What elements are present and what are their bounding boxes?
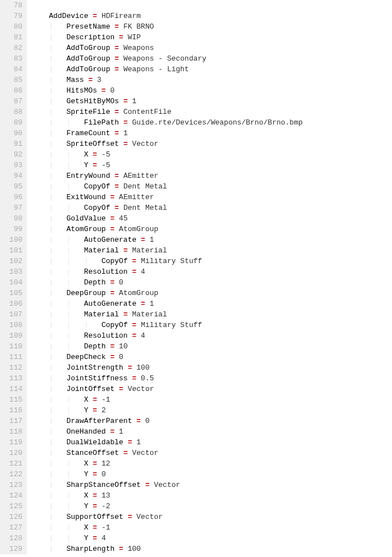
code-line[interactable]: 99 | AtomGroup = AtomGroup	[0, 224, 392, 234]
code-line[interactable]: 115 | | X = -1	[0, 394, 392, 405]
code-line[interactable]: 120 | StanceOffset = Vector	[0, 448, 392, 458]
line-content: | SupportOffset = Vector	[27, 512, 163, 522]
line-content: | HitsMOs = 0	[27, 85, 114, 96]
code-line[interactable]: 123 | SharpStanceOffset = Vector	[0, 480, 392, 490]
line-content: | AddToGroup = Weapons	[27, 43, 154, 53]
code-line[interactable]: 112 | JointStrength = 100	[0, 362, 392, 373]
code-line[interactable]: 94 | EntryWound = AEmitter	[0, 171, 392, 181]
property-key: SpriteFile	[66, 108, 110, 116]
code-line[interactable]: 100 | | AutoGenerate = 1	[0, 234, 392, 245]
line-content	[27, 0, 31, 11]
line-number: 110	[0, 341, 27, 352]
code-line[interactable]: 82 | AddToGroup = Weapons	[0, 43, 392, 53]
code-line[interactable]: 84 | AddToGroup = Weapons - Light	[0, 64, 392, 75]
line-number: 88	[0, 107, 27, 117]
property-value: 4	[141, 332, 145, 340]
property-key: X	[84, 459, 89, 468]
line-number: 123	[0, 480, 27, 490]
code-line[interactable]: 104 | | Depth = 0	[0, 277, 392, 288]
property-value: Material	[132, 246, 167, 255]
code-line[interactable]: 101 | | Material = Material	[0, 245, 392, 256]
code-line[interactable]: 95 | | CopyOf = Dent Metal	[0, 181, 392, 192]
code-line[interactable]: 124 | | X = 13	[0, 490, 392, 501]
code-line[interactable]: 121 | | X = 12	[0, 458, 392, 469]
property-value: Weapons - Secondary	[123, 54, 206, 63]
code-line[interactable]: 88 | SpriteFile = ContentFile	[0, 107, 392, 117]
line-number: 94	[0, 171, 27, 181]
property-key: Mass	[66, 76, 84, 84]
line-content: | | X = 13	[27, 490, 110, 501]
code-line[interactable]: 96 | ExitWound = AEmitter	[0, 192, 392, 202]
property-key: SpriteOffset	[66, 140, 119, 148]
code-line[interactable]: 102 | | | CopyOf = Military Stuff	[0, 256, 392, 266]
code-line[interactable]: 79 AddDevice = HDFirearm	[0, 11, 392, 21]
property-key: SupportOffset	[66, 513, 123, 521]
line-content: | | X = 12	[27, 458, 110, 469]
code-line[interactable]: 113 | JointStiffness = 0.5	[0, 373, 392, 384]
code-line[interactable]: 80 | PresetName = FK BRNO	[0, 21, 392, 32]
code-line[interactable]: 117 | DrawAfterParent = 0	[0, 416, 392, 426]
line-content: | | Resolution = 4	[27, 266, 145, 277]
code-line[interactable]: 127 | | X = -1	[0, 522, 392, 533]
equals-operator: =	[93, 502, 97, 510]
line-number: 114	[0, 384, 27, 394]
property-value: AEmitter	[123, 172, 158, 180]
line-content: | AtomGroup = AtomGroup	[27, 224, 158, 234]
line-number: 101	[0, 245, 27, 256]
line-content: | SharpLength = 100	[27, 544, 141, 554]
code-line[interactable]: 86 | HitsMOs = 0	[0, 85, 392, 96]
code-line[interactable]: 110 | | Depth = 10	[0, 341, 392, 352]
equals-operator: =	[132, 332, 136, 340]
property-key: Y	[84, 502, 89, 510]
property-value: Vector	[132, 449, 159, 457]
code-line[interactable]: 129 | SharpLength = 100	[0, 544, 392, 554]
property-key: X	[84, 395, 89, 404]
line-content: | | Depth = 10	[27, 341, 128, 352]
code-line[interactable]: 78	[0, 0, 392, 11]
code-line[interactable]: 109 | | Resolution = 4	[0, 330, 392, 341]
code-line[interactable]: 85 | Mass = 3	[0, 75, 392, 85]
code-line[interactable]: 107 | | Material = Material	[0, 309, 392, 320]
code-line[interactable]: 111 | DeepCheck = 0	[0, 352, 392, 362]
line-number: 129	[0, 544, 27, 554]
line-number: 115	[0, 394, 27, 405]
code-line[interactable]: 122 | | Y = 0	[0, 469, 392, 480]
code-line[interactable]: 83 | AddToGroup = Weapons - Secondary	[0, 53, 392, 64]
code-line[interactable]: 114 | JointOffset = Vector	[0, 384, 392, 394]
line-content: | | CopyOf = Dent Metal	[27, 181, 167, 192]
code-line[interactable]: 108 | | | CopyOf = Military Stuff	[0, 320, 392, 330]
code-line[interactable]: 125 | | Y = -2	[0, 501, 392, 512]
equals-operator: =	[132, 257, 137, 265]
code-line[interactable]: 87 | GetsHitByMOs = 1	[0, 96, 392, 107]
code-line[interactable]: 91 | SpriteOffset = Vector	[0, 139, 392, 149]
code-line[interactable]: 93 | | Y = -5	[0, 160, 392, 171]
code-line[interactable]: 116 | | Y = 2	[0, 405, 392, 416]
property-value: 100	[136, 363, 149, 372]
code-line[interactable]: 92 | | X = -5	[0, 149, 392, 160]
property-key: DrawAfterParent	[66, 417, 132, 425]
code-line[interactable]: 128 | | Y = 4	[0, 533, 392, 544]
property-key: X	[84, 150, 89, 159]
code-line[interactable]: 106 | | AutoGenerate = 1	[0, 298, 392, 309]
code-line[interactable]: 98 | GoldValue = 45	[0, 213, 392, 224]
code-line[interactable]: 119 | DualWieldable = 1	[0, 437, 392, 448]
line-content: | | Depth = 0	[27, 277, 123, 288]
code-line[interactable]: 118 | OneHanded = 1	[0, 426, 392, 437]
line-content: | | CopyOf = Dent Metal	[27, 202, 167, 213]
code-line[interactable]: 89 | | FilePath = Guide.rte/Devices/Weap…	[0, 117, 392, 128]
line-content: | | Y = 2	[27, 405, 106, 416]
line-content: | | X = -1	[27, 394, 110, 405]
line-number: 95	[0, 181, 27, 192]
equals-operator: =	[93, 523, 97, 532]
code-line[interactable]: 126 | SupportOffset = Vector	[0, 512, 392, 522]
code-editor[interactable]: 7879 AddDevice = HDFirearm80 | PresetNam…	[0, 0, 392, 554]
code-line[interactable]: 105 | DeepGroup = AtomGroup	[0, 288, 392, 298]
code-line[interactable]: 81 | Description = WIP	[0, 32, 392, 43]
code-line[interactable]: 90 | FrameCount = 1	[0, 128, 392, 139]
code-line[interactable]: 103 | | Resolution = 4	[0, 266, 392, 277]
property-key: CopyOf	[84, 204, 110, 212]
property-value: 0	[110, 86, 114, 95]
property-value: 12	[102, 459, 110, 468]
property-value: Weapons - Light	[123, 65, 189, 73]
code-line[interactable]: 97 | | CopyOf = Dent Metal	[0, 202, 392, 213]
